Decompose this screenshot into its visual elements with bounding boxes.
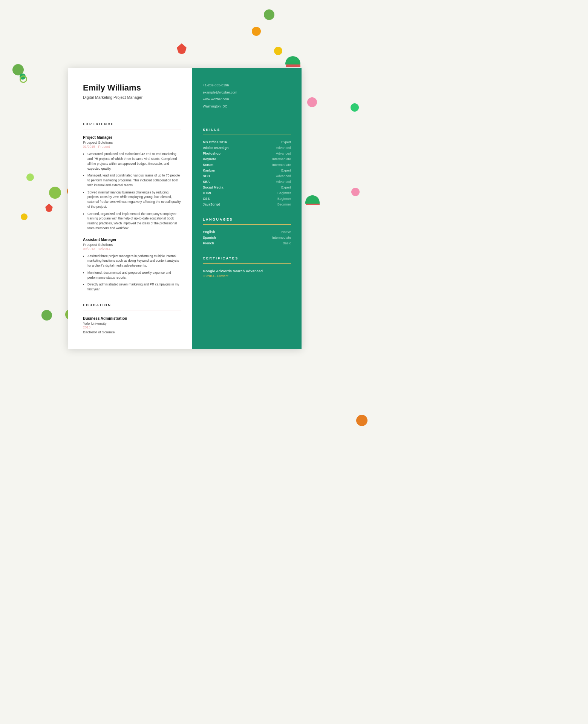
skill-11-name: JavaScript [203,202,220,206]
skill-row-10: CSS Beginner [203,197,291,201]
skill-0-level: Expert [281,140,291,144]
decoration-small-green [20,74,26,80]
education-divider [83,310,181,310]
languages-divider [203,224,291,225]
skill-3-level: Intermediate [272,157,291,161]
decoration-kiwi-4 [41,310,52,321]
contact-section: +1-202-555-0196 example@wozber.com www.w… [203,83,291,109]
decoration-watermelon-1 [286,58,300,67]
decoration-ring-1 [20,75,27,83]
skill-7-name: SEA [203,180,210,184]
decoration-green-circle [351,103,359,112]
skill-2-name: Photoshop [203,152,220,155]
skill-7-level: Advanced [276,180,291,184]
skill-row-2: Photoshop Advanced [203,152,291,155]
left-panel: Emily Williams Digital Marketing Project… [68,68,192,349]
job-2-dates: 09/2013 - 12/2014 [83,247,181,251]
decoration-yellow-1 [274,47,282,55]
cert-0-name: Google AdWords Search Advanced [203,269,291,273]
lang-1-level: Intermediate [272,236,291,239]
decoration-wm-right-1 [306,198,320,205]
job-1-company: Prospect Solutions [83,140,181,144]
languages-section: LANGUAGES English Native Spanish Interme… [203,218,291,245]
decoration-yellow-2 [21,213,28,220]
edu-1-year: 2013 [83,325,181,329]
education-section: EDUCATION Business Administration Yale U… [83,303,181,334]
skills-heading: SKILLS [203,128,291,132]
decoration-lime [26,173,34,181]
decoration-pink-right [351,188,360,196]
certificates-divider [203,263,291,264]
contact-website: www.wozber.com [203,97,291,102]
edu-1-type: Bachelor of Science [83,330,181,334]
job-2-bullet-1: Assisted three project managers in perfo… [87,254,181,268]
job-2-bullets: Assisted three project managers in perfo… [83,254,181,292]
edu-1-degree: Business Administration [83,316,181,321]
right-panel: +1-202-555-0196 example@wozber.com www.w… [192,68,302,349]
lang-0-name: English [203,230,215,234]
experience-divider [83,129,181,129]
job-1-dates: 01/2015 - Present [83,145,181,149]
skills-divider [203,135,291,135]
lang-2-name: French [203,241,214,245]
skill-5-name: Kanban [203,169,215,172]
job-1-bullet-2: Managed, lead and coordinated various te… [87,173,181,187]
education-heading: EDUCATION [83,303,181,307]
job-1-bullet-4: Created, organized and implemented the c… [87,212,181,231]
skill-row-7: SEA Advanced [203,180,291,184]
job-2-bullet-3: Directly administrated seven marketing a… [87,282,181,292]
decoration-orange-right [356,415,368,426]
skill-3-name: Keynote [203,157,216,161]
job-1-bullet-3: Solved internal financial business chall… [87,190,181,209]
decoration-strawberry-2 [45,204,53,212]
decoration-watermelon-green [285,56,300,64]
experience-heading: EXPERIENCE [83,122,181,126]
lang-row-2: French Basic [203,241,291,245]
lang-1-name: Spanish [203,236,216,239]
skill-row-1: Adobe InDesign Advanced [203,146,291,150]
skill-2-level: Advanced [276,152,291,155]
skill-row-0: MS Office 2016 Expert [203,140,291,144]
skill-10-level: Beginner [277,197,291,201]
skill-8-level: Expert [281,186,291,189]
person-title: Digital Marketing Project Manager [83,95,181,100]
certificates-section: CERTIFICATES Google AdWords Search Advan… [203,256,291,278]
skill-9-level: Beginner [277,191,291,195]
skill-1-name: Adobe InDesign [203,146,229,150]
skill-row-3: Keynote Intermediate [203,157,291,161]
skill-9-name: HTML [203,191,212,195]
job-1-bullet-1: Generated, produced and maintained 42 en… [87,152,181,171]
skill-11-level: Beginner [277,202,291,206]
job-2: Assistant Manager Prospect Solutions 09/… [83,238,181,292]
experience-section: EXPERIENCE Project Manager Prospect Solu… [83,122,181,292]
skill-8-name: Social Media [203,186,224,189]
skill-row-6: SEO Advanced [203,174,291,178]
decoration-wm-right-green [305,195,320,204]
decoration-kiwi-2 [12,64,24,75]
job-1: Project Manager Prospect Solutions 01/20… [83,135,181,230]
skill-row-9: HTML Beginner [203,191,291,195]
job-1-bullets: Generated, produced and maintained 42 en… [83,152,181,230]
skill-10-name: CSS [203,197,210,201]
decoration-kiwi-3 [49,187,61,199]
lang-row-1: Spanish Intermediate [203,236,291,239]
job-2-company: Prospect Solutions [83,242,181,247]
cert-0: Google AdWords Search Advanced 03/2014 -… [203,269,291,278]
skill-4-name: Scrum [203,163,213,167]
job-1-title: Project Manager [83,135,181,140]
person-name: Emily Williams [83,83,181,93]
edu-1-school: Yale University [83,321,181,325]
job-2-bullet-2: Monitored, documented and prepared weekl… [87,270,181,280]
decoration-orange-1 [252,27,261,36]
decoration-strawberry-1 [177,43,187,54]
skill-6-level: Advanced [276,174,291,178]
skill-row-5: Kanban Expert [203,169,291,172]
lang-2-level: Basic [283,241,291,245]
certificates-heading: CERTIFICATES [203,256,291,260]
skill-6-name: SEO [203,174,210,178]
skill-row-11: JavaScript Beginner [203,202,291,206]
lang-0-level: Native [281,230,291,234]
contact-email: example@wozber.com [203,90,291,95]
resume-container: Emily Williams Digital Marketing Project… [68,68,302,349]
contact-phone: +1-202-555-0196 [203,83,291,88]
